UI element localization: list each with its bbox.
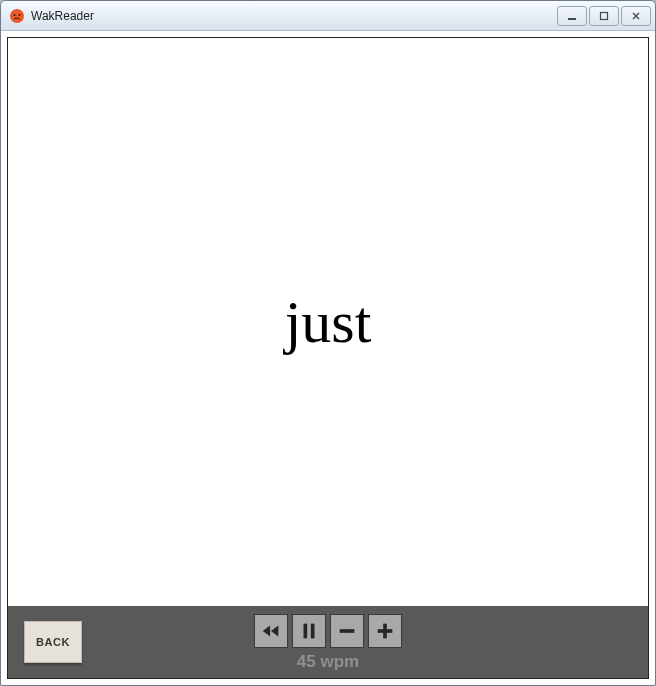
wpm-label: 45 wpm — [297, 652, 359, 672]
app-window: WakReader just BACK — [0, 0, 656, 686]
svg-point-0 — [10, 9, 24, 23]
rewind-button[interactable] — [254, 614, 288, 648]
current-word: just — [285, 288, 372, 357]
reader-frame: just BACK — [7, 37, 649, 679]
rewind-icon — [260, 620, 282, 642]
content-area: just BACK — [1, 31, 655, 685]
titlebar[interactable]: WakReader — [1, 1, 655, 31]
plus-icon — [374, 620, 396, 642]
back-button[interactable]: BACK — [24, 621, 82, 663]
svg-rect-5 — [304, 624, 308, 639]
svg-rect-9 — [383, 624, 387, 639]
svg-rect-7 — [340, 629, 355, 633]
window-title: WakReader — [31, 9, 557, 23]
minimize-button[interactable] — [557, 6, 587, 26]
svg-rect-4 — [601, 12, 608, 19]
speed-up-button[interactable] — [368, 614, 402, 648]
word-display: just — [8, 38, 648, 606]
back-button-label: BACK — [36, 636, 70, 648]
svg-rect-3 — [568, 18, 576, 20]
svg-rect-6 — [311, 624, 315, 639]
svg-point-1 — [14, 14, 16, 16]
window-controls — [557, 6, 651, 26]
maximize-button[interactable] — [589, 6, 619, 26]
app-icon — [9, 8, 25, 24]
playback-controls — [254, 614, 402, 648]
control-bar: BACK — [8, 606, 648, 678]
pause-button[interactable] — [292, 614, 326, 648]
close-button[interactable] — [621, 6, 651, 26]
svg-point-2 — [19, 14, 21, 16]
pause-icon — [298, 620, 320, 642]
minus-icon — [336, 620, 358, 642]
speed-down-button[interactable] — [330, 614, 364, 648]
